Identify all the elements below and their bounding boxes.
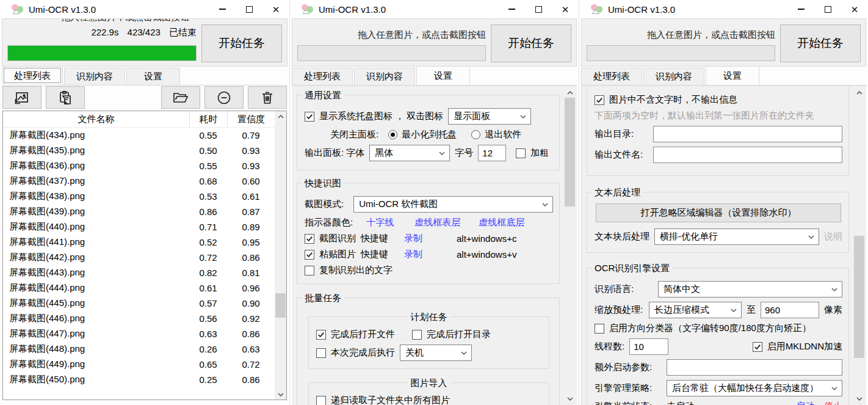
table-row[interactable]: 屏幕截图(434).png0.550.79 — [3, 128, 275, 143]
font-size-input[interactable] — [478, 145, 506, 161]
drop-area[interactable]: 拖入任意图片，或点击截图按钮 222.9s 423/423 已结束 开始任务 — [2, 18, 288, 67]
close-button[interactable]: ✕ — [841, 0, 868, 18]
start-task-button[interactable]: 开始任务 — [201, 24, 282, 62]
recursive-import-checkbox[interactable] — [316, 396, 326, 405]
table-row[interactable]: 屏幕截图(442).png0.720.86 — [3, 250, 275, 265]
tab-settings[interactable]: 设置 — [706, 66, 759, 85]
bold-checkbox[interactable] — [516, 148, 526, 158]
capture-ocr-checkbox[interactable] — [305, 234, 314, 244]
tab-recognized-content[interactable]: 识别内容 — [354, 68, 415, 85]
help-link[interactable]: 说明 — [824, 231, 842, 243]
output-dir-input[interactable] — [653, 126, 842, 142]
crosshair-color-link[interactable]: 十字线 — [366, 217, 394, 228]
screenshot-button[interactable] — [2, 86, 42, 109]
font-select[interactable]: 黑体 — [369, 145, 450, 161]
scroll-up-icon[interactable] — [275, 111, 286, 122]
mkldnn-checkbox[interactable] — [753, 342, 762, 352]
maximize-button[interactable] — [814, 0, 841, 18]
titlebar[interactable]: Umi-OCR v1.3.0 ✕ — [290, 0, 579, 18]
minimize-button[interactable] — [787, 0, 814, 18]
scroll-down-icon[interactable] — [564, 393, 576, 404]
column-file-name[interactable]: 文件名称 — [3, 114, 189, 125]
tab-process-list[interactable]: 处理列表 — [292, 68, 353, 85]
scroll-thumb[interactable] — [565, 98, 575, 206]
dashed-box-bottom-color-link[interactable]: 虚线框底层 — [479, 217, 524, 228]
paste-image-checkbox[interactable] — [305, 250, 314, 260]
start-task-button[interactable]: 开始任务 — [780, 24, 861, 62]
dashed-box-top-color-link[interactable]: 虚线框表层 — [414, 217, 460, 228]
titlebar[interactable]: Umi-OCR v1.3.0 ✕ — [579, 0, 868, 18]
column-confidence[interactable]: 置信度 — [227, 111, 275, 127]
tray-action-select[interactable]: 显示面板 — [448, 108, 531, 125]
engine-stop-link[interactable]: 停止 — [824, 401, 842, 405]
ocr-language-select[interactable]: 简体中文 — [658, 281, 842, 297]
open-dir-after-checkbox[interactable] — [412, 330, 422, 340]
tab-settings[interactable]: 设置 — [416, 66, 470, 85]
column-time-cost[interactable]: 耗时 — [189, 111, 227, 127]
table-row[interactable]: 屏幕截图(443).png0.820.81 — [3, 265, 275, 280]
tab-process-list[interactable]: 处理列表 — [2, 66, 63, 85]
scroll-thumb[interactable] — [275, 293, 286, 318]
table-header[interactable]: 文件名称 耗时 置信度 — [3, 111, 275, 128]
tab-settings[interactable]: 设置 — [126, 68, 180, 85]
output-filename-input[interactable] — [653, 147, 842, 163]
scale-mode-select[interactable]: 长边压缩模式 — [649, 302, 742, 318]
record-hotkey-link[interactable]: 录制 — [404, 249, 422, 260]
record-hotkey-link[interactable]: 录制 — [404, 233, 422, 244]
drop-area[interactable]: 拖入任意图片，或点击截图按钮 开始任务 — [581, 18, 866, 67]
settings-scrollbar[interactable] — [853, 87, 865, 404]
minimize-button[interactable] — [498, 0, 525, 18]
scroll-down-icon[interactable] — [275, 389, 286, 400]
run-after-finish-checkbox[interactable] — [316, 348, 326, 358]
table-row[interactable]: 屏幕截图(435).png0.500.93 — [3, 143, 275, 158]
start-task-button[interactable]: 开始任务 — [491, 24, 571, 62]
table-row[interactable]: 屏幕截图(449).png0.650.72 — [3, 357, 275, 372]
after-action-select[interactable]: 关机 — [400, 345, 472, 361]
table-row[interactable]: 屏幕截图(444).png0.610.96 — [3, 280, 275, 296]
tab-recognized-content[interactable]: 识别内容 — [64, 68, 125, 85]
table-row[interactable]: 屏幕截图(437).png0.680.60 — [3, 173, 275, 189]
exit-app-radio[interactable] — [471, 130, 480, 139]
table-row[interactable]: 屏幕截图(450).png0.250.86 — [3, 372, 275, 387]
table-row[interactable]: 屏幕截图(441).png0.520.95 — [3, 235, 275, 250]
table-row[interactable]: 屏幕截图(438).png0.530.61 — [3, 189, 275, 204]
maximize-button[interactable] — [236, 0, 262, 18]
minimize-button[interactable] — [209, 0, 236, 18]
tray-icon-checkbox[interactable] — [305, 112, 314, 122]
tab-recognized-content[interactable]: 识别内容 — [643, 68, 704, 85]
scroll-up-icon[interactable] — [853, 87, 865, 98]
remove-item-button[interactable] — [204, 86, 244, 109]
titlebar[interactable]: Umi-OCR v1.3.0 ✕ — [0, 0, 289, 18]
engine-strategy-select[interactable]: 后台常驻（大幅加快任务启动速度） — [667, 380, 842, 396]
scroll-up-icon[interactable] — [564, 87, 576, 98]
engine-start-link[interactable]: 启动 — [796, 401, 814, 405]
minimize-to-tray-radio[interactable] — [388, 130, 397, 139]
threads-input[interactable] — [629, 338, 668, 355]
copy-result-checkbox[interactable] — [305, 266, 314, 275]
table-scrollbar[interactable] — [275, 111, 286, 400]
drop-area[interactable]: 拖入任意图片，或点击截图按钮 开始任务 — [292, 18, 577, 67]
close-button[interactable]: ✕ — [552, 0, 579, 18]
maximize-button[interactable] — [525, 0, 552, 18]
close-button[interactable]: ✕ — [262, 0, 289, 18]
scale-pixels-input[interactable] — [761, 302, 819, 318]
paste-image-button[interactable] — [46, 86, 85, 109]
clear-list-button[interactable] — [248, 86, 287, 109]
table-row[interactable]: 屏幕截图(448).png0.260.63 — [3, 341, 275, 357]
block-postprocess-select[interactable]: 横排-优化单行 — [654, 228, 819, 245]
tab-process-list[interactable]: 处理列表 — [581, 68, 642, 85]
direction-classifier-checkbox[interactable] — [595, 324, 604, 334]
scroll-thumb[interactable] — [854, 236, 864, 358]
scroll-down-icon[interactable] — [853, 393, 865, 404]
no-text-no-output-checkbox[interactable] — [595, 95, 604, 105]
table-row[interactable]: 屏幕截图(445).png0.570.90 — [3, 296, 275, 311]
table-row[interactable]: 屏幕截图(440).png0.710.89 — [3, 219, 275, 235]
extra-args-input[interactable] — [667, 359, 842, 376]
capture-mode-select[interactable]: Umi-OCR 软件截图 — [353, 196, 553, 213]
table-row[interactable]: 屏幕截图(439).png0.860.87 — [3, 204, 275, 219]
table-row[interactable]: 屏幕截图(446).png0.560.92 — [3, 311, 275, 326]
table-row[interactable]: 屏幕截图(447).png0.630.86 — [3, 326, 275, 341]
table-row[interactable]: 屏幕截图(436).png0.550.93 — [3, 158, 275, 173]
open-file-after-checkbox[interactable] — [316, 330, 326, 340]
open-folder-button[interactable] — [161, 86, 200, 109]
